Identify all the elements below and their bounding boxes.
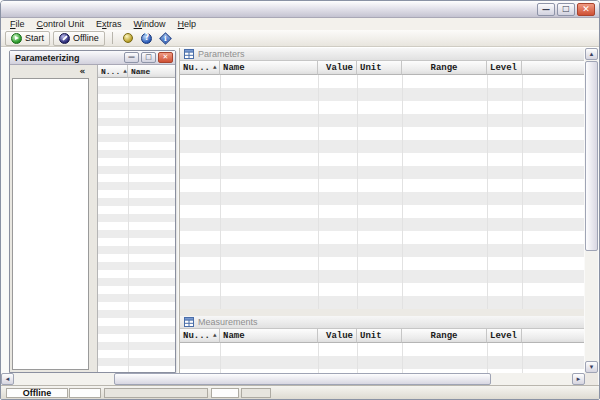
horizontal-scrollbar: ◄ ► — [1, 373, 585, 385]
column-header-value[interactable]: Value — [318, 61, 357, 75]
app-window: — □ ✕ File Control Unit Extras Window He… — [0, 0, 600, 400]
minimize-icon: — — [542, 6, 550, 14]
maximize-button[interactable]: □ — [557, 3, 575, 16]
column-header-blank[interactable] — [522, 61, 584, 75]
collapse-icon: « — [80, 67, 86, 76]
column-header-number[interactable]: Nu...▲ — [180, 329, 220, 343]
measurements-panel-header: Measurements — [180, 316, 584, 329]
toolbar-separator — [112, 32, 113, 44]
arrow-left-icon: ◄ — [5, 376, 11, 382]
measurements-panel-title: Measurements — [198, 317, 258, 327]
column-header-name[interactable]: Name — [128, 65, 175, 78]
parameterizing-table-body — [98, 78, 175, 372]
parameterizing-minimize-button[interactable]: — — [124, 52, 139, 63]
column-divider — [357, 343, 358, 373]
tree-column: « — [10, 65, 90, 372]
column-divider — [128, 78, 129, 372]
vertical-scroll-track[interactable] — [585, 60, 598, 361]
horizontal-scroll-track[interactable] — [14, 373, 572, 385]
start-button[interactable]: Start — [5, 31, 50, 46]
column-header-number[interactable]: Nu...▲ — [180, 61, 220, 75]
status-bar: Offline — [1, 385, 599, 399]
column-header-range[interactable]: Range — [402, 61, 487, 75]
parameterizing-title: Parameterizing — [15, 53, 122, 63]
toolbar: Start Offline ? i — [1, 30, 599, 47]
parameters-panel: Parameters Nu...▲ Name Value Unit Range … — [180, 48, 584, 309]
scroll-down-button[interactable]: ▼ — [585, 361, 598, 373]
parameterizing-window: Parameterizing — □ ✕ « N...▲ Name — [9, 50, 176, 373]
parameters-panel-title: Parameters — [198, 49, 245, 59]
measurements-table-body — [180, 343, 584, 373]
parameters-table-body — [180, 75, 584, 309]
horizontal-scroll-thumb[interactable] — [114, 373, 491, 385]
start-button-label: Start — [25, 33, 44, 43]
lamp-button[interactable] — [120, 31, 136, 46]
menu-help[interactable]: Help — [172, 18, 203, 30]
arrow-up-icon: ▲ — [589, 51, 595, 57]
column-header-n[interactable]: N...▲ — [98, 65, 128, 78]
scroll-left-button[interactable]: ◄ — [1, 373, 14, 385]
offline-icon — [59, 33, 70, 44]
offline-button-label: Offline — [73, 33, 99, 43]
mdi-workspace: Parameterizing — □ ✕ « N...▲ Name — [1, 47, 599, 385]
collapse-button[interactable]: « — [76, 66, 89, 77]
scroll-up-button[interactable]: ▲ — [585, 48, 598, 60]
parameterizing-close-button[interactable]: ✕ — [158, 52, 173, 63]
status-panel — [211, 388, 239, 398]
menu-window[interactable]: Window — [128, 18, 172, 30]
table-grid-icon — [184, 317, 194, 327]
column-divider — [487, 75, 488, 309]
horizontal-splitter[interactable] — [180, 309, 584, 316]
measurements-panel: Measurements Nu...▲ Name Value Unit Rang… — [180, 316, 584, 373]
column-header-range[interactable]: Range — [402, 329, 487, 343]
status-panel — [69, 388, 101, 398]
maximize-icon: □ — [145, 54, 152, 61]
tree-pane[interactable] — [12, 78, 89, 370]
column-header-level[interactable]: Level — [487, 61, 522, 75]
right-pane: Parameters Nu...▲ Name Value Unit Range … — [179, 48, 584, 373]
column-divider — [522, 75, 523, 309]
offline-button[interactable]: Offline — [53, 31, 105, 46]
vertical-scrollbar: ▲ ▼ — [585, 48, 598, 373]
parameterizing-table-header: N...▲ Name — [98, 65, 175, 78]
sort-ascending-icon: ▲ — [213, 64, 217, 71]
scroll-right-button[interactable]: ► — [572, 373, 585, 385]
info-button[interactable]: i — [158, 31, 174, 46]
vertical-splitter[interactable] — [90, 65, 97, 372]
minimize-button[interactable]: — — [537, 3, 555, 16]
parameters-table-header: Nu...▲ Name Value Unit Range Level — [180, 61, 584, 75]
lamp-icon — [123, 33, 133, 43]
close-button[interactable]: ✕ — [577, 3, 595, 16]
close-icon: ✕ — [582, 5, 590, 13]
column-divider — [357, 75, 358, 309]
info-icon: i — [160, 32, 173, 45]
column-header-name[interactable]: Name — [220, 61, 318, 75]
column-divider — [487, 343, 488, 373]
column-divider — [220, 343, 221, 373]
column-header-blank[interactable] — [522, 329, 584, 343]
column-header-unit[interactable]: Unit — [357, 329, 402, 343]
minimize-icon: — — [128, 54, 135, 61]
column-divider — [220, 75, 221, 309]
menu-file[interactable]: File — [4, 18, 31, 30]
help-icon: ? — [141, 33, 152, 44]
scrollbar-corner — [585, 373, 598, 385]
column-divider — [522, 343, 523, 373]
parameterizing-maximize-button[interactable]: □ — [141, 52, 156, 63]
close-icon: ✕ — [163, 54, 169, 61]
help-button[interactable]: ? — [139, 31, 155, 46]
column-header-level[interactable]: Level — [487, 329, 522, 343]
vertical-scroll-thumb[interactable] — [585, 61, 598, 251]
measurements-table-header: Nu...▲ Name Value Unit Range Level — [180, 329, 584, 343]
menu-extras[interactable]: Extras — [90, 18, 128, 30]
menu-control-unit[interactable]: Control Unit — [31, 18, 91, 30]
tree-toolbar: « — [10, 65, 90, 78]
status-progress-panel — [104, 388, 208, 398]
parameterizing-table: N...▲ Name — [97, 65, 175, 372]
column-header-name[interactable]: Name — [220, 329, 318, 343]
parameterizing-title-bar[interactable]: Parameterizing — □ ✕ — [10, 51, 175, 65]
column-divider — [402, 343, 403, 373]
column-header-value[interactable]: Value — [318, 329, 357, 343]
column-header-unit[interactable]: Unit — [357, 61, 402, 75]
sort-ascending-icon: ▲ — [123, 68, 127, 75]
